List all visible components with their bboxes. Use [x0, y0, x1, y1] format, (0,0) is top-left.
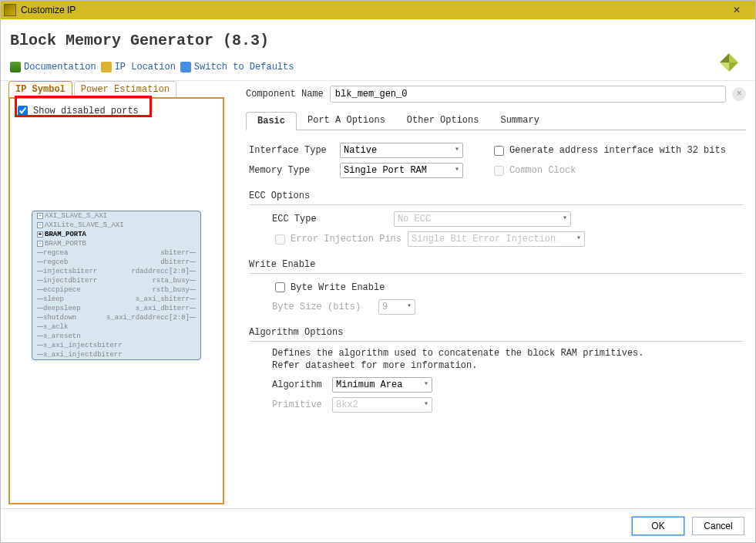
gen-addr-32-checkbox[interactable]: Generate address interface with 32 bits	[491, 143, 726, 158]
ecc-type-label: ECC Type	[272, 214, 388, 224]
primitive-row: Primitive 8kx2	[249, 397, 743, 413]
primitive-select: 8kx2	[332, 397, 432, 413]
interface-type-select[interactable]: Native	[340, 143, 463, 158]
window-title: Customize IP	[21, 5, 76, 15]
byte-write-enable-row: Byte Write Enable	[249, 280, 743, 295]
symbol-view: Show disabled ports +AXI_SLAVE_S_AXI+AXI…	[8, 97, 224, 504]
page-title: Block Memory Generator (8.3)	[10, 32, 746, 49]
byte-size-select: 9	[378, 299, 415, 315]
ok-button[interactable]: OK	[632, 517, 684, 535]
block-diagram: +AXI_SLAVE_S_AXI+AXILite_SLAVE_S_AXI+BRA…	[32, 211, 201, 360]
tab-power-estimation[interactable]: Power Estimation	[74, 81, 176, 97]
algo-desc-1: Defines the algorithm used to concatenat…	[249, 348, 743, 359]
algo-desc-2: Refer datasheet for more information.	[249, 360, 743, 371]
port-signal: injectdbiterrrsta_busy	[32, 276, 200, 285]
port-signal: s_aresetn	[32, 332, 200, 341]
write-enable-title: Write Enable	[249, 259, 743, 270]
ecc-type-select: No ECC	[394, 211, 571, 227]
algorithm-select[interactable]: Minimum Area	[332, 377, 432, 393]
error-injection-row: Error Injection Pins Single Bit Error In…	[249, 231, 743, 247]
port-interface[interactable]: +AXILite_SLAVE_S_AXI	[32, 221, 200, 230]
algorithm-row: Algorithm Minimum Area	[249, 377, 743, 393]
xilinx-logo-icon	[714, 47, 744, 78]
folder-icon	[101, 62, 112, 73]
app-icon	[4, 4, 16, 16]
algorithm-options-title: Algorithm Options	[249, 327, 743, 338]
divider	[249, 204, 743, 205]
port-signal: eccpipecerstb_busy	[32, 285, 200, 295]
switch-defaults-link[interactable]: Switch to Defaults	[180, 62, 294, 73]
tab-other-options[interactable]: Other Options	[396, 112, 490, 130]
port-signal: shutdowns_axi_rdaddrecc[2:0]	[32, 313, 200, 322]
tab-port-a-options[interactable]: Port A Options	[297, 112, 396, 130]
component-name-label: Component Name	[246, 89, 324, 99]
byte-write-enable-checkbox[interactable]: Byte Write Enable	[272, 280, 385, 295]
clear-icon[interactable]: ×	[732, 87, 746, 101]
primitive-label: Primitive	[272, 400, 326, 410]
ip-location-link[interactable]: IP Location	[101, 62, 176, 73]
ecc-options-title: ECC Options	[249, 191, 743, 201]
svg-marker-0	[720, 53, 729, 62]
port-signal: regceasbiterr	[32, 248, 200, 258]
header: Block Memory Generator (8.3)	[1, 19, 755, 59]
component-name-row: Component Name ×	[246, 86, 746, 103]
show-disabled-ports-label: Show disabled ports	[33, 106, 139, 116]
svg-marker-1	[729, 53, 738, 62]
interface-type-row: Interface Type Native Generate address i…	[249, 143, 743, 158]
left-panel: IP Symbol Power Estimation Show disabled…	[1, 81, 224, 496]
tab-basic[interactable]: Basic	[246, 112, 297, 130]
error-injection-checkbox: Error Injection Pins	[272, 232, 402, 247]
port-signal: regcebdbiterr	[32, 258, 200, 267]
show-disabled-ports-checkbox[interactable]: Show disabled ports	[15, 103, 218, 118]
memory-type-label: Memory Type	[249, 165, 334, 176]
byte-size-row: Byte Size (bits) 9	[249, 299, 743, 315]
left-tabs: IP Symbol Power Estimation	[8, 81, 224, 97]
port-interface[interactable]: +BRAM_PORTA	[32, 230, 200, 239]
right-tabs: Basic Port A Options Other Options Summa…	[246, 112, 746, 130]
divider	[249, 273, 743, 274]
interface-type-label: Interface Type	[249, 145, 334, 156]
cancel-button[interactable]: Cancel	[692, 517, 744, 535]
port-interface[interactable]: +BRAM_PORTB	[32, 239, 200, 248]
tab-summary[interactable]: Summary	[489, 112, 549, 130]
port-signal: s_axi_injectdbiterr	[32, 350, 200, 359]
svg-marker-2	[729, 62, 738, 72]
memory-type-row: Memory Type Single Port RAM Common Clock	[249, 163, 743, 178]
memory-type-select[interactable]: Single Port RAM	[340, 163, 463, 178]
toolbar: Documentation IP Location Switch to Defa…	[1, 59, 755, 81]
port-signal: deepsleeps_axi_dbiterr	[32, 304, 200, 313]
tab-ip-symbol[interactable]: IP Symbol	[8, 81, 72, 97]
show-disabled-ports-input[interactable]	[18, 106, 28, 116]
dialog-footer: OK Cancel	[1, 508, 755, 542]
customize-ip-window: Customize IP ✕ Block Memory Generator (8…	[0, 0, 756, 543]
port-signal: injectsbiterrrdaddrecc[2:0]	[32, 267, 200, 276]
port-interface[interactable]: +AXI_SLAVE_S_AXI	[32, 211, 200, 221]
close-button[interactable]: ✕	[724, 2, 749, 18]
error-injection-select: Single Bit Error Injection	[408, 231, 585, 247]
component-name-input[interactable]	[330, 86, 726, 103]
common-clock-checkbox: Common Clock	[491, 164, 576, 178]
svg-marker-3	[720, 62, 729, 72]
titlebar: Customize IP ✕	[1, 1, 755, 19]
port-signal: s_axi_injectsbiterr	[32, 341, 200, 350]
documentation-link[interactable]: Documentation	[10, 62, 96, 73]
divider	[249, 341, 743, 342]
reset-icon	[180, 62, 191, 73]
port-signal: s_aclk	[32, 322, 200, 332]
byte-size-label: Byte Size (bits)	[272, 302, 372, 312]
algorithm-label: Algorithm	[272, 379, 326, 390]
main-area: IP Symbol Power Estimation Show disabled…	[1, 81, 755, 496]
port-signal: sleeps_axi_sbiterr	[32, 295, 200, 304]
ecc-type-row: ECC Type No ECC	[249, 211, 743, 227]
docs-icon	[10, 62, 21, 73]
right-panel: Component Name × Basic Port A Options Ot…	[224, 81, 755, 496]
basic-tab-content: Interface Type Native Generate address i…	[246, 130, 746, 425]
